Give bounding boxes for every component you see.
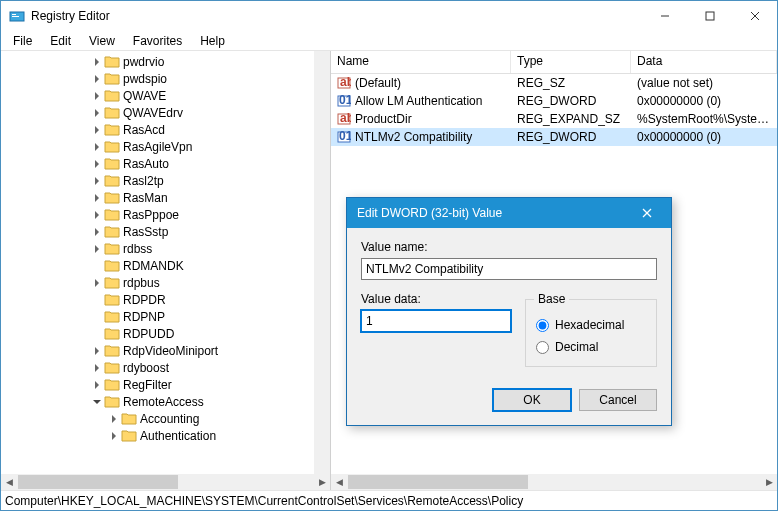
tree-horizontal-scrollbar[interactable]: ◀ ▶ bbox=[1, 474, 330, 490]
app-icon bbox=[9, 8, 25, 24]
list-horizontal-scrollbar[interactable]: ◀ ▶ bbox=[331, 474, 777, 490]
tree-item-label: RDPUDD bbox=[123, 327, 174, 341]
cancel-button[interactable]: Cancel bbox=[579, 389, 657, 411]
dialog-close-button[interactable] bbox=[633, 198, 661, 228]
string-value-icon: ab bbox=[337, 112, 351, 126]
tree-item[interactable]: RDPNP bbox=[5, 308, 314, 325]
tree-item[interactable]: pwdspio bbox=[5, 70, 314, 87]
menu-file[interactable]: File bbox=[5, 32, 40, 50]
folder-icon bbox=[104, 123, 120, 137]
scroll-left-icon[interactable]: ◀ bbox=[1, 474, 17, 490]
tree-item-label: rdbss bbox=[123, 242, 152, 256]
chevron-right-icon[interactable] bbox=[90, 140, 104, 154]
list-row[interactable]: 011Allow LM AuthenticationREG_DWORD0x000… bbox=[331, 92, 777, 110]
chevron-right-icon[interactable] bbox=[90, 123, 104, 137]
tree-item[interactable]: RegFilter bbox=[5, 376, 314, 393]
folder-icon bbox=[104, 225, 120, 239]
chevron-right-icon[interactable] bbox=[90, 174, 104, 188]
chevron-right-icon[interactable] bbox=[90, 361, 104, 375]
list-row[interactable]: abProductDirREG_EXPAND_SZ%SystemRoot%\Sy… bbox=[331, 110, 777, 128]
value-name-input[interactable] bbox=[361, 258, 657, 280]
folder-icon bbox=[104, 106, 120, 120]
chevron-right-icon[interactable] bbox=[107, 412, 121, 426]
chevron-right-icon[interactable] bbox=[90, 55, 104, 69]
tree-item[interactable]: RemoteAccess bbox=[5, 393, 314, 410]
folder-icon bbox=[104, 276, 120, 290]
tree-item-label: RdpVideoMiniport bbox=[123, 344, 218, 358]
chevron-right-icon[interactable] bbox=[90, 276, 104, 290]
tree-scroll[interactable]: pwdrviopwdspioQWAVEQWAVEdrvRasAcdRasAgil… bbox=[1, 51, 314, 474]
ok-button[interactable]: OK bbox=[493, 389, 571, 411]
folder-icon bbox=[104, 293, 120, 307]
decimal-radio[interactable] bbox=[536, 341, 549, 354]
tree-item[interactable]: rdbss bbox=[5, 240, 314, 257]
tree-item-label: RasPppoe bbox=[123, 208, 179, 222]
tree-vertical-scrollbar[interactable] bbox=[314, 51, 330, 474]
column-header-type[interactable]: Type bbox=[511, 51, 631, 73]
dialog-titlebar[interactable]: Edit DWORD (32-bit) Value bbox=[347, 198, 671, 228]
scroll-left-icon[interactable]: ◀ bbox=[331, 474, 347, 490]
chevron-right-icon[interactable] bbox=[90, 191, 104, 205]
list-scroll-thumb[interactable] bbox=[348, 475, 528, 489]
menu-help[interactable]: Help bbox=[192, 32, 233, 50]
list-row[interactable]: 011NTLMv2 CompatibilityREG_DWORD0x000000… bbox=[331, 128, 777, 146]
tree-item[interactable]: RasPppoe bbox=[5, 206, 314, 223]
list-row[interactable]: ab(Default)REG_SZ(value not set) bbox=[331, 74, 777, 92]
minimize-button[interactable] bbox=[642, 1, 687, 31]
tree-item-label: RDPNP bbox=[123, 310, 165, 324]
scroll-right-icon[interactable]: ▶ bbox=[314, 474, 330, 490]
tree-item[interactable]: RasMan bbox=[5, 189, 314, 206]
maximize-button[interactable] bbox=[687, 1, 732, 31]
menu-edit[interactable]: Edit bbox=[42, 32, 79, 50]
tree-item[interactable]: Rasl2tp bbox=[5, 172, 314, 189]
chevron-right-icon[interactable] bbox=[90, 157, 104, 171]
tree-item[interactable]: QWAVEdrv bbox=[5, 104, 314, 121]
chevron-right-icon[interactable] bbox=[90, 225, 104, 239]
folder-icon bbox=[104, 157, 120, 171]
chevron-down-icon[interactable] bbox=[90, 395, 104, 409]
chevron-right-icon[interactable] bbox=[90, 89, 104, 103]
tree-item[interactable]: RdpVideoMiniport bbox=[5, 342, 314, 359]
close-button[interactable] bbox=[732, 1, 777, 31]
tree-item[interactable]: pwdrvio bbox=[5, 53, 314, 70]
chevron-right-icon[interactable] bbox=[90, 106, 104, 120]
menu-view[interactable]: View bbox=[81, 32, 123, 50]
tree-item[interactable]: RasSstp bbox=[5, 223, 314, 240]
tree-item[interactable]: RDPDR bbox=[5, 291, 314, 308]
folder-icon bbox=[104, 242, 120, 256]
tree-item-label: rdpbus bbox=[123, 276, 160, 290]
column-header-name[interactable]: Name bbox=[331, 51, 511, 73]
menu-favorites[interactable]: Favorites bbox=[125, 32, 190, 50]
value-data: 0x00000000 (0) bbox=[631, 130, 777, 144]
folder-icon bbox=[104, 208, 120, 222]
tree-item[interactable]: RasAuto bbox=[5, 155, 314, 172]
folder-icon bbox=[104, 140, 120, 154]
tree-item[interactable]: Authentication bbox=[5, 427, 314, 444]
value-data-input[interactable] bbox=[361, 310, 511, 332]
tree-item[interactable]: RasAgileVpn bbox=[5, 138, 314, 155]
chevron-right-icon[interactable] bbox=[90, 378, 104, 392]
chevron-right-icon[interactable] bbox=[90, 344, 104, 358]
tree-item[interactable]: RasAcd bbox=[5, 121, 314, 138]
column-header-data[interactable]: Data bbox=[631, 51, 777, 73]
tree-item[interactable]: rdyboost bbox=[5, 359, 314, 376]
tree-item-label: RegFilter bbox=[123, 378, 172, 392]
tree-item[interactable]: Accounting bbox=[5, 410, 314, 427]
chevron-right-icon[interactable] bbox=[90, 72, 104, 86]
tree-item[interactable]: rdpbus bbox=[5, 274, 314, 291]
tree-item-label: Authentication bbox=[140, 429, 216, 443]
tree-item[interactable]: QWAVE bbox=[5, 87, 314, 104]
value-type: REG_EXPAND_SZ bbox=[511, 112, 631, 126]
tree-item-label: pwdspio bbox=[123, 72, 167, 86]
tree-item[interactable]: RDMANDK bbox=[5, 257, 314, 274]
chevron-right-icon[interactable] bbox=[90, 242, 104, 256]
scroll-right-icon[interactable]: ▶ bbox=[761, 474, 777, 490]
value-name: ProductDir bbox=[355, 112, 412, 126]
hex-radio[interactable] bbox=[536, 319, 549, 332]
tree-item-label: rdyboost bbox=[123, 361, 169, 375]
chevron-right-icon[interactable] bbox=[90, 208, 104, 222]
tree-scroll-thumb[interactable] bbox=[18, 475, 178, 489]
expander-empty bbox=[90, 310, 104, 324]
chevron-right-icon[interactable] bbox=[107, 429, 121, 443]
tree-item[interactable]: RDPUDD bbox=[5, 325, 314, 342]
